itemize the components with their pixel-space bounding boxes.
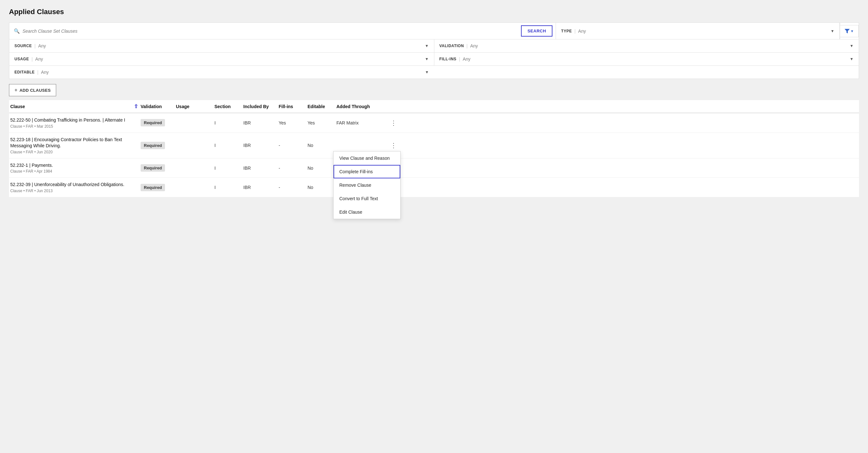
search-input[interactable] bbox=[23, 29, 517, 34]
fillins-cell-1: Yes bbox=[279, 120, 308, 125]
filter-icon-button[interactable]: ▼ bbox=[840, 25, 859, 37]
th-included-by: Included By bbox=[243, 104, 279, 109]
clause-meta-2: Clause • FAR • Jun 2020 bbox=[10, 150, 131, 154]
validation-cell-3: Required bbox=[141, 164, 176, 172]
dropdown-item-convert-full-text[interactable]: Convert to Full Text bbox=[334, 192, 400, 205]
th-section: Section bbox=[214, 104, 243, 109]
th-validation: Validation bbox=[141, 104, 176, 109]
filter-icon-cell: ▼ bbox=[840, 23, 859, 39]
source-select[interactable]: Any bbox=[38, 43, 429, 48]
required-badge-4: Required bbox=[141, 184, 165, 191]
type-filter-cell: TYPE | Any ▼ bbox=[556, 23, 840, 39]
fillins-label: FILL-INS bbox=[439, 57, 457, 61]
filter-row-3: USAGE | Any ▼ FILL-INS | Any ▼ bbox=[9, 53, 859, 66]
source-label: SOURCE bbox=[14, 44, 32, 48]
page-title: Applied Clauses bbox=[9, 8, 859, 16]
validation-cell-2: Required bbox=[141, 142, 176, 149]
validation-select[interactable]: Any bbox=[470, 43, 854, 48]
fillins-select-wrapper: Any ▼ bbox=[463, 57, 854, 62]
required-badge-1: Required bbox=[141, 119, 165, 126]
clauses-table: Clause ⇧ Validation Usage Section Includ… bbox=[9, 100, 859, 197]
table-header: Clause ⇧ Validation Usage Section Includ… bbox=[9, 100, 859, 113]
dropdown-item-remove-clause[interactable]: Remove Clause bbox=[334, 179, 400, 192]
menu-cell-1: ⋮ bbox=[388, 119, 401, 127]
clause-meta-1: Clause • FAR • Mar 2015 bbox=[10, 124, 131, 129]
filter-chevron-icon: ▼ bbox=[850, 29, 854, 33]
usage-filter-cell: USAGE | Any ▼ bbox=[9, 53, 434, 65]
filter-row-1: 🔍 SEARCH TYPE | Any ▼ ▼ bbox=[9, 23, 859, 39]
validation-cell-1: Required bbox=[141, 119, 176, 126]
section-cell-4: I bbox=[214, 185, 243, 190]
required-badge-2: Required bbox=[141, 142, 165, 149]
search-wrapper: 🔍 bbox=[9, 23, 521, 39]
table-row: 52.223-18 | Encouraging Contractor Polic… bbox=[9, 133, 859, 159]
editable-filter-cell: EDITABLE | Any ▼ bbox=[9, 66, 434, 78]
filter-row-4: EDITABLE | Any ▼ bbox=[9, 66, 859, 78]
th-fillins: Fill-ins bbox=[279, 104, 308, 109]
usage-select[interactable]: Any bbox=[35, 57, 429, 62]
th-usage: Usage bbox=[176, 104, 214, 109]
filter-row-2: SOURCE | Any ▼ VALIDATION | Any ▼ bbox=[9, 39, 859, 53]
fillins-select[interactable]: Any bbox=[463, 57, 854, 62]
included-cell-3: IBR bbox=[243, 166, 279, 171]
search-cell: 🔍 SEARCH bbox=[9, 23, 556, 39]
included-cell-4: IBR bbox=[243, 185, 279, 190]
validation-label: VALIDATION bbox=[439, 44, 464, 48]
clause-name-1: 52.222-50 | Combating Trafficking in Per… bbox=[10, 117, 131, 124]
th-sort[interactable]: ⇧ bbox=[131, 103, 141, 109]
clause-cell-1: 52.222-50 | Combating Trafficking in Per… bbox=[9, 117, 131, 129]
fillins-cell-3: - bbox=[279, 166, 308, 171]
menu-cell-2: ⋮ View Clause and Reason Complete Fill-i… bbox=[388, 141, 401, 149]
th-clause: Clause bbox=[9, 104, 131, 109]
search-icon: 🔍 bbox=[14, 28, 20, 34]
validation-select-wrapper: Any ▼ bbox=[470, 43, 854, 48]
sort-up-icon: ⇧ bbox=[134, 104, 138, 109]
section-cell-2: I bbox=[214, 143, 243, 148]
search-button[interactable]: SEARCH bbox=[521, 25, 553, 37]
type-select-wrapper: Any ▼ bbox=[578, 29, 834, 34]
required-badge-3: Required bbox=[141, 164, 165, 172]
funnel-icon bbox=[844, 29, 850, 34]
page-container: Applied Clauses 🔍 SEARCH TYPE | Any ▼ bbox=[0, 0, 868, 453]
plus-icon: + bbox=[14, 87, 18, 93]
editable-select[interactable]: Any bbox=[41, 70, 429, 75]
row-menu-button-2[interactable]: ⋮ bbox=[388, 141, 400, 149]
clause-name-4: 52.232-39 | Unenforceability of Unauthor… bbox=[10, 182, 131, 188]
source-filter-cell: SOURCE | Any ▼ bbox=[9, 39, 434, 52]
svg-marker-0 bbox=[844, 29, 850, 33]
clause-name-3: 52.232-1 | Payments. bbox=[10, 162, 131, 169]
usage-label: USAGE bbox=[14, 57, 29, 61]
editable-label: EDITABLE bbox=[14, 70, 35, 74]
clause-cell-2: 52.223-18 | Encouraging Contractor Polic… bbox=[9, 137, 131, 154]
section-cell-3: I bbox=[214, 166, 243, 171]
added-cell-1: FAR Matrix bbox=[336, 120, 388, 125]
fillins-filter-cell: FILL-INS | Any ▼ bbox=[434, 53, 859, 65]
included-cell-2: IBR bbox=[243, 143, 279, 148]
usage-select-wrapper: Any ▼ bbox=[35, 57, 429, 62]
included-cell-1: IBR bbox=[243, 120, 279, 125]
filter-section: 🔍 SEARCH TYPE | Any ▼ ▼ bbox=[9, 23, 859, 79]
clause-meta-3: Clause • FAR • Apr 1984 bbox=[10, 169, 131, 173]
clause-name-2: 52.223-18 | Encouraging Contractor Polic… bbox=[10, 137, 131, 149]
type-label: TYPE bbox=[561, 29, 572, 33]
dropdown-item-view-clause[interactable]: View Clause and Reason bbox=[334, 152, 400, 165]
editable-cell-3: No bbox=[308, 166, 336, 171]
clause-meta-4: Clause • FAR • Jun 2013 bbox=[10, 189, 131, 193]
validation-cell-4: Required bbox=[141, 184, 176, 191]
fillins-cell-2: - bbox=[279, 143, 308, 148]
th-added-through: Added Through bbox=[336, 104, 388, 109]
type-select[interactable]: Any bbox=[578, 29, 834, 34]
validation-filter-cell: VALIDATION | Any ▼ bbox=[434, 39, 859, 52]
editable-cell-4: No bbox=[308, 185, 336, 190]
section-cell-1: I bbox=[214, 120, 243, 125]
editable-cell-1: Yes bbox=[308, 120, 336, 125]
table-row: 52.232-1 | Payments. Clause • FAR • Apr … bbox=[9, 159, 859, 178]
add-clauses-button[interactable]: + ADD CLAUSES bbox=[9, 84, 56, 96]
table-row: 52.222-50 | Combating Trafficking in Per… bbox=[9, 113, 859, 133]
row-menu-button-1[interactable]: ⋮ bbox=[388, 119, 400, 127]
dropdown-item-complete-fillins[interactable]: Complete Fill-ins bbox=[334, 165, 400, 179]
row-dropdown-menu: View Clause and Reason Complete Fill-ins… bbox=[333, 151, 401, 219]
dropdown-item-edit-clause[interactable]: Edit Clause bbox=[334, 205, 400, 219]
editable-cell-2: No bbox=[308, 143, 336, 148]
th-editable: Editable bbox=[308, 104, 336, 109]
